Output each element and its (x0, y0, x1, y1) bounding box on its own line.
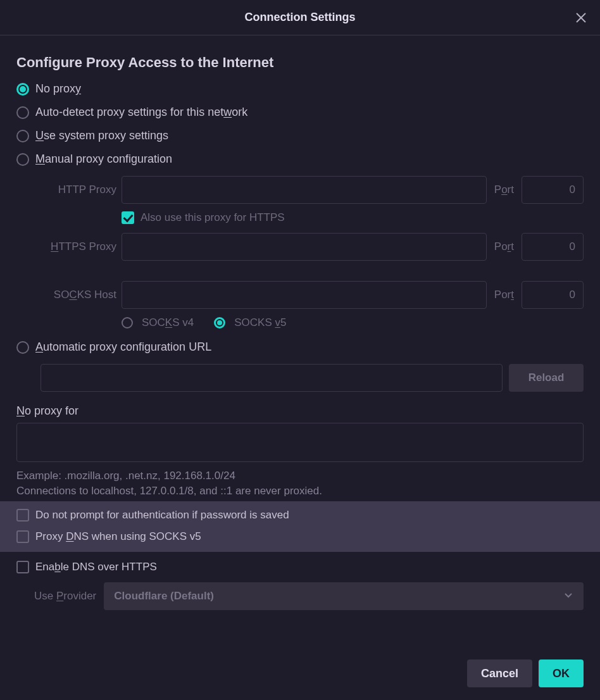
enable-doh-checkbox[interactable] (16, 561, 29, 573)
provider-select[interactable]: Cloudflare (Default) (104, 582, 584, 610)
https-port-input[interactable] (522, 233, 584, 261)
no-proxy-example: Example: .mozilla.org, .net.nz, 192.168.… (16, 470, 584, 482)
reload-button[interactable]: Reload (509, 364, 584, 392)
radio-row-system[interactable]: Use system proxy settings (16, 129, 584, 142)
no-proxy-for-input[interactable] (16, 423, 584, 462)
radio-no-proxy[interactable] (16, 83, 29, 96)
ok-button[interactable]: OK (539, 659, 584, 687)
radio-row-auto-detect[interactable]: Auto-detect proxy settings for this netw… (16, 106, 584, 119)
http-port-label: Port (492, 184, 516, 196)
http-proxy-input[interactable] (122, 176, 487, 204)
highlighted-options: Do not prompt for authentication if pass… (0, 501, 600, 552)
enable-doh-label: Enable DNS over HTTPS (35, 561, 157, 573)
close-button[interactable] (572, 9, 590, 27)
no-auth-prompt-label: Do not prompt for authentication if pass… (35, 509, 289, 522)
http-proxy-label: HTTP Proxy (41, 184, 116, 196)
no-auth-prompt-checkbox[interactable] (16, 509, 29, 522)
https-port-label: Port (492, 241, 516, 253)
socks-v4-label: SOCKS v4 (142, 316, 194, 329)
connection-settings-dialog: Connection Settings Configure Proxy Acce… (0, 0, 600, 700)
radio-socks-v4[interactable] (122, 317, 133, 328)
dialog-body: Configure Proxy Access to the Internet N… (0, 35, 600, 623)
proxy-dns-socks5-checkbox[interactable] (16, 530, 29, 543)
radio-system-label: Use system proxy settings (35, 129, 168, 142)
socks-host-label: SOCKS Host (41, 289, 116, 301)
chevron-down-icon (563, 590, 573, 603)
dialog-title: Connection Settings (245, 11, 356, 24)
titlebar: Connection Settings (0, 0, 600, 35)
https-proxy-label: HTTPS Proxy (41, 241, 116, 253)
no-proxy-for-label: No proxy for (16, 404, 584, 418)
radio-auto-url-label: Automatic proxy configuration URL (35, 341, 211, 354)
manual-config-block: HTTP Proxy Port Also use this proxy for … (41, 176, 584, 329)
localhost-note: Connections to localhost, 127.0.0.1/8, a… (16, 485, 584, 497)
socks-host-input[interactable] (122, 281, 487, 309)
radio-no-proxy-label: No proxy (35, 82, 81, 96)
auto-config-url-input[interactable] (41, 364, 503, 392)
dialog-footer: Cancel OK (467, 659, 584, 687)
radio-auto-detect-label: Auto-detect proxy settings for this netw… (35, 106, 247, 119)
socks-v5-label: SOCKS v5 (234, 316, 286, 329)
radio-row-auto-url[interactable]: Automatic proxy configuration URL (16, 341, 584, 354)
radio-manual-label: Manual proxy configuration (35, 153, 172, 166)
provider-selected-value: Cloudflare (Default) (114, 590, 214, 603)
also-https-label: Also use this proxy for HTTPS (141, 211, 285, 224)
radio-row-no-proxy[interactable]: No proxy (16, 82, 584, 96)
radio-system[interactable] (16, 130, 29, 142)
provider-label: Use Provider (34, 590, 96, 603)
socks-port-label: Port (492, 289, 516, 301)
section-heading: Configure Proxy Access to the Internet (16, 54, 584, 71)
socks-port-input[interactable] (522, 281, 584, 309)
radio-socks-v5[interactable] (214, 317, 225, 328)
radio-auto-url[interactable] (16, 341, 29, 354)
also-https-checkbox[interactable] (122, 211, 134, 224)
https-proxy-input[interactable] (122, 233, 487, 261)
close-icon (575, 12, 587, 23)
proxy-dns-socks5-label: Proxy DNS when using SOCKS v5 (35, 530, 201, 543)
cancel-button[interactable]: Cancel (467, 659, 532, 687)
http-port-input[interactable] (522, 176, 584, 204)
radio-manual[interactable] (16, 153, 29, 166)
radio-auto-detect[interactable] (16, 106, 29, 119)
radio-row-manual[interactable]: Manual proxy configuration (16, 153, 584, 166)
